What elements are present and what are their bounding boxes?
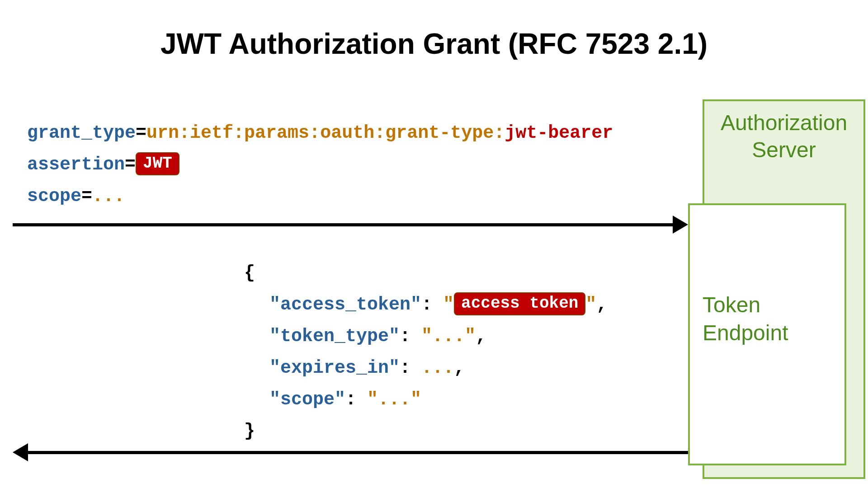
token-endpoint-label: Token Endpoint [703, 291, 829, 347]
grant-type-prefix: urn:ietf:params:oauth:grant-type: [146, 123, 505, 143]
equals-sign: = [125, 155, 136, 175]
param-key: assertion [27, 155, 125, 175]
colon: : [421, 295, 443, 315]
brace-open: { [244, 263, 255, 283]
grant-type-suffix: jwt-bearer [505, 123, 613, 143]
arrow-left-icon [13, 443, 28, 461]
json-value-scope: "..." [367, 389, 421, 410]
param-grant-type: grant_type=urn:ietf:params:oauth:grant-t… [27, 117, 613, 149]
scope-value: ... [92, 186, 125, 206]
comma: , [596, 295, 607, 315]
request-arrow [13, 217, 688, 235]
request-params: grant_type=urn:ietf:params:oauth:grant-t… [27, 117, 613, 212]
json-value-token-type: "..." [421, 326, 476, 347]
json-key-token-type: "token_type" [269, 326, 400, 347]
jwt-badge: JWT [136, 152, 179, 175]
param-assertion: assertion=JWT [27, 149, 613, 181]
quote: " [585, 295, 596, 315]
quote: " [443, 295, 454, 315]
slide-title: JWT Authorization Grant (RFC 7523 2.1) [0, 27, 868, 61]
colon: : [400, 358, 421, 378]
auth-server-line1: Authorization [721, 111, 847, 135]
json-key-access-token: "access_token" [269, 295, 421, 315]
colon: : [345, 389, 367, 410]
token-endpoint-box: Token Endpoint [688, 203, 846, 465]
colon: : [400, 326, 421, 347]
brace-close: } [244, 421, 255, 441]
arrow-shaft [24, 451, 688, 454]
param-scope: scope=... [27, 181, 613, 212]
arrow-shaft [13, 223, 676, 226]
equals-sign: = [81, 186, 92, 206]
access-token-badge: access token [454, 292, 585, 315]
param-key: grant_type [27, 123, 136, 143]
comma: , [476, 326, 486, 347]
json-key-expires-in: "expires_in" [269, 358, 400, 378]
json-key-scope: "scope" [269, 389, 345, 410]
json-value-expires-in: ... [421, 358, 454, 378]
response-json: { "access_token": "access token", "token… [244, 258, 607, 447]
equals-sign: = [136, 123, 146, 143]
arrow-right-icon [673, 216, 688, 234]
comma: , [454, 358, 465, 378]
token-endpoint-line1: Token [703, 293, 760, 317]
authorization-server-label: Authorization Server [704, 109, 863, 164]
auth-server-line2: Server [752, 138, 816, 162]
token-endpoint-line2: Endpoint [703, 321, 788, 345]
param-key: scope [27, 186, 81, 206]
response-arrow [13, 445, 688, 463]
